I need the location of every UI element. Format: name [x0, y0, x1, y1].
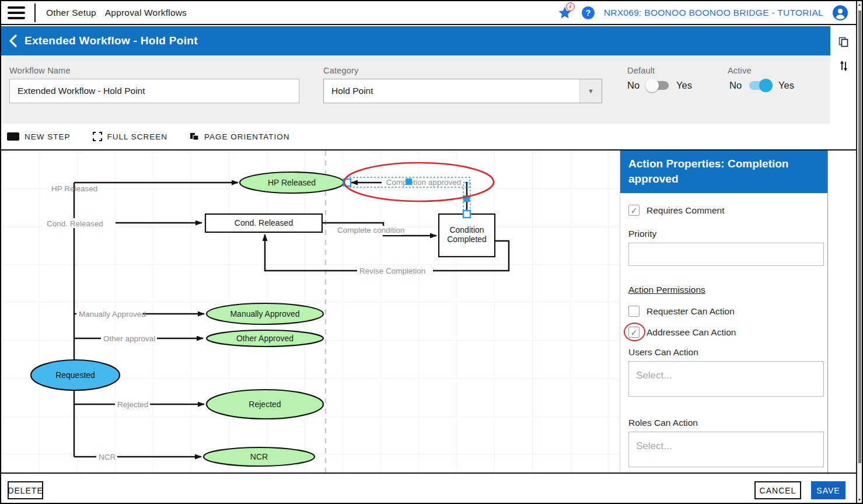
node-label-manually-approved: Manually Approved [230, 309, 299, 318]
full-screen-button[interactable]: FULL SCREEN [93, 132, 168, 141]
page-orientation-label: PAGE ORIENTATION [204, 132, 290, 141]
requires-comment-row: Requires Comment [628, 205, 819, 216]
new-step-label: NEW STEP [25, 132, 71, 141]
workflow-canvas[interactable]: HP Released Cond. Released Complete cond… [1, 150, 856, 474]
scroll-up-icon[interactable]: ▲ [857, 2, 862, 6]
action-permissions-heading: Action Permissions [628, 285, 819, 295]
default-label: Default [627, 66, 655, 75]
requester-can-action-label: Requester Can Action [647, 306, 735, 317]
workflow-diagram: HP Released Cond. Released Complete cond… [1, 150, 620, 473]
selection-endpoint-handle[interactable] [463, 211, 470, 218]
edge-label-other-approval: Other approval [103, 334, 155, 343]
active-yes-label: Yes [778, 80, 794, 91]
node-label-cond-released: Cond. Released [235, 218, 293, 228]
page-header: Extended Workflow - Hold Point [1, 26, 830, 55]
edge-label-completion-approved: Completion approved [386, 178, 461, 187]
node-label-requested: Requested [55, 370, 95, 380]
breadcrumb: Other Setup Approval Workflows [46, 8, 187, 18]
scroll-down-icon[interactable]: ▼ [857, 498, 862, 502]
addressee-can-action-row: Addressee Can Action [628, 327, 819, 338]
delete-button[interactable]: DELETE [8, 481, 43, 499]
active-no-label: No [729, 80, 742, 91]
edge-label-manually-approved: Manually Approved [79, 310, 146, 318]
edge-label-complete-condition: Complete condition [337, 226, 405, 235]
page-title: Extended Workflow - Hold Point [25, 34, 198, 47]
addressee-can-action-label: Addressee Can Action [647, 327, 736, 338]
node-label-ncr: NCR [250, 452, 268, 461]
node-label-condition-completed-2: Completed [447, 235, 487, 244]
vertical-scrollbar[interactable]: ▲ ▼ [856, 1, 862, 503]
new-step-icon [7, 132, 19, 141]
copy-icon[interactable] [838, 37, 849, 47]
cancel-button[interactable]: CANCEL [754, 481, 801, 499]
workflow-form: Workflow Name Category Hold Point ▼ Defa… [1, 55, 830, 124]
save-button[interactable]: SAVE [811, 481, 845, 499]
node-label-rejected: Rejected [249, 400, 281, 409]
breadcrumb-approval-workflows[interactable]: Approval Workflows [105, 8, 187, 18]
category-select[interactable]: Hold Point ▼ [323, 79, 602, 103]
edge-label-ncr: NCR [99, 453, 116, 461]
node-label-hp-released: HP Released [268, 178, 316, 187]
workflow-name-label: Workflow Name [9, 66, 71, 75]
side-icon-rail [830, 26, 857, 124]
requires-comment-label: Requires Comment [647, 205, 725, 216]
user-avatar-icon[interactable] [833, 5, 848, 20]
topbar-divider [34, 4, 36, 22]
panel-title: Action Properties: Completion approved [620, 150, 827, 193]
category-value: Hold Point [324, 86, 579, 96]
default-no-label: No [627, 80, 640, 91]
roles-can-action-placeholder: Select... [636, 440, 672, 452]
notification-badge: i [566, 2, 575, 11]
full-screen-icon [93, 132, 102, 141]
app-window: Other Setup Approval Workflows i ? NRX06… [0, 0, 863, 504]
edge-label-rejected: Rejected [117, 400, 148, 409]
project-title-link[interactable]: NRX069: BOONOO BOONOO BRIDGE - TUTORIAL [604, 8, 823, 18]
users-can-action-select[interactable]: Select... [628, 361, 824, 397]
default-toggle[interactable] [647, 81, 669, 90]
selection-handle[interactable] [406, 178, 412, 185]
page-orientation-button[interactable]: PAGE ORIENTATION [190, 132, 290, 141]
chevron-down-icon: ▼ [579, 79, 602, 103]
footer-bar: DELETE CANCEL SAVE [1, 474, 856, 503]
active-label: Active [728, 66, 752, 75]
active-toggle[interactable] [749, 81, 771, 90]
scrollbar-thumb[interactable] [858, 10, 861, 463]
roles-can-action-label: Roles Can Action [628, 418, 819, 428]
priority-label: Priority [628, 229, 819, 239]
requester-can-action-row: Requester Can Action [628, 306, 819, 317]
diagram-toolbar: NEW STEP FULL SCREEN PAGE ORIENTATION [1, 124, 856, 150]
users-can-action-label: Users Can Action [628, 347, 819, 358]
edge-label-revise-completion: Revise Completion [359, 267, 425, 275]
requester-can-action-checkbox[interactable] [628, 306, 640, 317]
node-label-condition-completed-1: Condition [449, 225, 484, 235]
users-can-action-placeholder: Select... [636, 370, 672, 381]
default-yes-label: Yes [676, 80, 692, 91]
full-screen-label: FULL SCREEN [107, 132, 168, 141]
node-label-other-approved: Other Approved [236, 334, 294, 343]
category-label: Category [323, 66, 358, 75]
top-bar: Other Setup Approval Workflows i ? NRX06… [1, 1, 856, 25]
help-icon[interactable]: ? [582, 6, 595, 19]
priority-input[interactable] [628, 243, 824, 266]
breadcrumb-other-setup[interactable]: Other Setup [46, 8, 96, 18]
roles-can-action-select[interactable]: Select... [628, 432, 824, 467]
page-orientation-icon [190, 132, 199, 141]
addressee-can-action-checkbox[interactable] [628, 327, 640, 338]
sort-arrows-icon[interactable] [838, 60, 849, 72]
back-icon[interactable] [7, 33, 20, 49]
action-properties-panel: Action Properties: Completion approved R… [620, 150, 828, 473]
hamburger-menu-icon[interactable] [8, 6, 25, 19]
new-step-button[interactable]: NEW STEP [7, 132, 71, 141]
edge-label-cond-released: Cond. Released [47, 219, 103, 228]
requires-comment-checkbox[interactable] [628, 205, 640, 216]
favorites-star-icon[interactable]: i [557, 5, 572, 20]
workflow-name-input[interactable] [9, 79, 299, 103]
edge-label-hp-released: HP Released [51, 184, 97, 193]
